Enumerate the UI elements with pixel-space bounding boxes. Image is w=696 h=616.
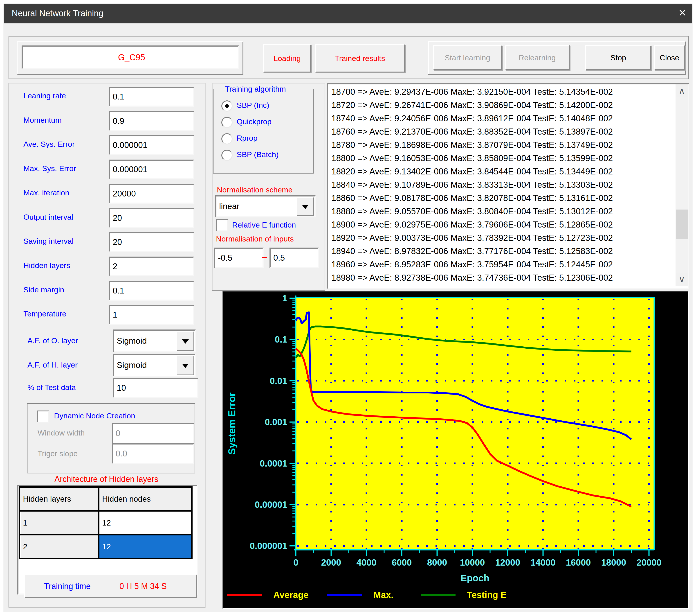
ave-sys-error-input[interactable]: 0.000001: [109, 135, 194, 155]
normalisation-min-input[interactable]: -0.5: [214, 248, 264, 268]
x-tick-label: 18000: [601, 557, 626, 567]
range-dash: –: [262, 252, 267, 262]
log-line: 18900 => AveE: 9.02975E-006 MaxE: 3.7960…: [331, 218, 660, 231]
log-line: 18980 => AveE: 8.92738E-006 MaxE: 3.7473…: [331, 271, 660, 284]
log-line: 18720 => AveE: 9.26741E-006 MaxE: 3.9086…: [331, 98, 660, 112]
x-tick-label: 20000: [636, 557, 661, 567]
momentum-label: Momentum: [23, 116, 62, 124]
window-title: Neural Network Training: [12, 9, 104, 18]
relearning-button[interactable]: Relearning: [505, 45, 570, 70]
scroll-down-icon[interactable]: ∨: [676, 273, 688, 286]
leaning-rate-label: Leaning rate: [23, 91, 66, 100]
normalisation-scheme-select[interactable]: linear: [215, 195, 316, 217]
scroll-up-icon[interactable]: ∧: [676, 84, 688, 97]
radio-label-quickprop[interactable]: Quickprop: [237, 117, 271, 126]
table-cell[interactable]: 1: [19, 511, 99, 535]
relative-e-checkbox[interactable]: [216, 219, 228, 231]
model-name-field[interactable]: G_C95: [21, 45, 239, 69]
max-sys-error-label: Max. Sys. Error: [23, 164, 76, 173]
y-tick-label: 0.1: [275, 335, 287, 344]
max-iteration-input[interactable]: 20000: [109, 184, 194, 204]
log-line: 18960 => AveE: 8.95283E-006 MaxE: 3.7595…: [331, 258, 660, 271]
plot-area: [296, 297, 654, 550]
legend-label-average: Average: [273, 590, 309, 600]
training-time-panel: Training time 0 H 5 M 34 S: [24, 574, 197, 598]
output-interval-input[interactable]: 20: [109, 208, 194, 228]
y-axis-title: System Error: [226, 392, 237, 455]
col-hidden-layers[interactable]: Hidden layers: [19, 487, 99, 511]
side-margin-input[interactable]: 0.1: [109, 281, 194, 301]
temperature-input[interactable]: 1: [109, 305, 194, 325]
leaning-rate-input[interactable]: 0.1: [109, 87, 194, 107]
log-line: 18860 => AveE: 9.08178E-006 MaxE: 3.8207…: [331, 191, 660, 205]
x-tick-label: 4000: [357, 557, 377, 567]
training-algorithm-title: Training algorithm: [223, 84, 288, 93]
close-icon[interactable]: ×: [679, 6, 686, 19]
legend-label-testing-e: Testing E: [467, 590, 507, 600]
ave-sys-error-label: Ave. Sys. Error: [23, 140, 75, 149]
af-o-layer-label: A.F. of O. layer: [28, 336, 78, 345]
error-chart-panel: 10.10.010.0010.00010.000010.000001020004…: [222, 291, 689, 609]
app-window: Neural Network Training × G_C95 Loading …: [4, 4, 692, 612]
hidden-layers-label: Hidden layers: [23, 261, 70, 270]
trained-results-button[interactable]: Trained results: [315, 44, 405, 73]
scrollbar-thumb[interactable]: [676, 210, 688, 239]
triger-slope-input[interactable]: 0.0: [112, 443, 194, 464]
start-learning-button[interactable]: Start learning: [433, 45, 502, 70]
max-iteration-label: Max. iteration: [23, 188, 69, 197]
hidden-layers-input[interactable]: 2: [109, 257, 194, 276]
dropdown-arrow-icon[interactable]: [177, 355, 194, 375]
af-h-layer-label: A.F. of H. layer: [28, 360, 78, 369]
max-sys-error-input[interactable]: 0.000001: [109, 159, 194, 179]
af-h-layer-select[interactable]: Sigmoid: [113, 354, 196, 377]
normalisation-max-input[interactable]: 0.5: [269, 248, 319, 268]
x-tick-label: 12000: [495, 557, 520, 567]
table-cell[interactable]: 12: [99, 535, 192, 559]
col-hidden-nodes[interactable]: Hidden nodes: [99, 487, 192, 511]
radio-label-sbp-batch[interactable]: SBP (Batch): [237, 150, 279, 159]
radio-sbp-inc[interactable]: [221, 101, 233, 112]
training-time-value: 0 H 5 M 34 S: [120, 582, 167, 591]
training-log[interactable]: 18700 => AveE: 9.29437E-006 MaxE: 3.9215…: [327, 83, 689, 289]
log-scrollbar[interactable]: ∧ ∨: [676, 84, 688, 286]
loading-button[interactable]: Loading: [263, 44, 311, 73]
output-interval-label: Output interval: [23, 213, 73, 221]
af-h-layer-value: Sigmoid: [117, 360, 147, 370]
af-o-layer-select[interactable]: Sigmoid: [113, 329, 196, 352]
y-tick-label: 1: [282, 293, 287, 303]
title-bar: Neural Network Training ×: [4, 4, 692, 24]
normalisation-scheme-value: linear: [219, 202, 240, 211]
y-tick-label: 0.00001: [255, 499, 287, 510]
y-tick-label: 0.0001: [260, 459, 287, 468]
log-lines: 18700 => AveE: 9.29437E-006 MaxE: 3.9215…: [331, 85, 660, 284]
stop-button[interactable]: Stop: [585, 45, 651, 70]
table-cell[interactable]: 12: [99, 511, 192, 535]
test-data-input[interactable]: 10: [113, 378, 199, 398]
log-line: 18940 => AveE: 8.97832E-006 MaxE: 3.7717…: [331, 245, 660, 258]
x-tick-label: 14000: [531, 557, 555, 567]
close-button[interactable]: Close: [654, 45, 685, 70]
x-tick-label: 16000: [566, 557, 591, 567]
dropdown-arrow-icon[interactable]: [297, 197, 314, 216]
momentum-input[interactable]: 0.9: [109, 111, 194, 131]
log-line: 18920 => AveE: 9.00373E-006 MaxE: 3.7839…: [331, 231, 660, 245]
log-line: 18840 => AveE: 9.10789E-006 MaxE: 3.8331…: [331, 178, 660, 191]
saving-interval-input[interactable]: 20: [109, 232, 194, 252]
radio-rprop[interactable]: [221, 133, 233, 144]
x-tick-label: 6000: [392, 557, 412, 567]
triger-slope-label: Triger slope: [37, 449, 78, 458]
radio-label-rprop[interactable]: Rprop: [237, 134, 257, 142]
training-time-label: Training time: [44, 582, 91, 591]
window-width-input[interactable]: 0: [112, 423, 194, 444]
window-width-label: Window width: [37, 429, 85, 437]
radio-sbp-batch[interactable]: [221, 150, 233, 161]
radio-label-sbp-inc[interactable]: SBP (Inc): [237, 101, 269, 110]
log-line: 18760 => AveE: 9.21370E-006 MaxE: 3.8835…: [331, 125, 660, 138]
legend-label-max: Max.: [374, 590, 393, 600]
radio-quickprop[interactable]: [221, 117, 233, 128]
log-line: 18820 => AveE: 9.13402E-006 MaxE: 3.8454…: [331, 165, 660, 178]
table-cell[interactable]: 2: [19, 535, 99, 559]
dropdown-arrow-icon[interactable]: [177, 331, 194, 351]
temperature-label: Temperature: [23, 309, 66, 318]
dynamic-node-checkbox[interactable]: [37, 411, 49, 423]
